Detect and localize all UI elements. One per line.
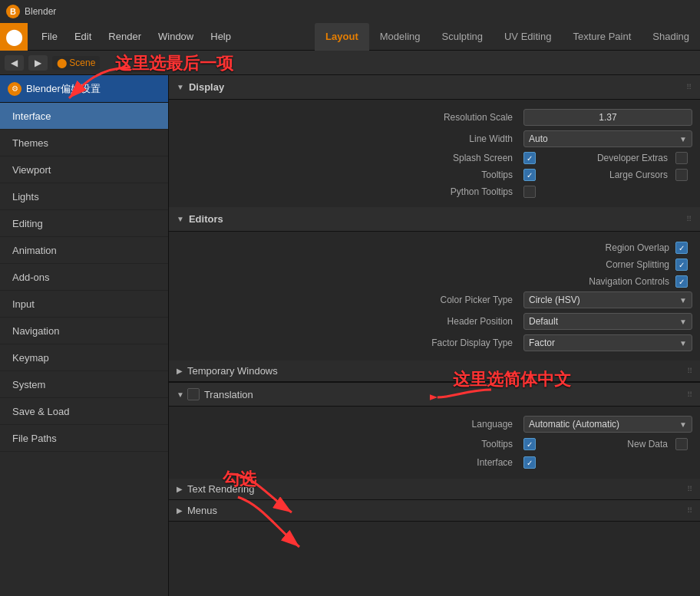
resolution-scale-input[interactable] [523, 109, 692, 126]
tab-modeling[interactable]: Modeling [369, 23, 431, 51]
toolbar-btn-1[interactable]: ◀ [5, 55, 24, 71]
large-cursors-checkbox[interactable] [675, 169, 688, 181]
main-content: ⚙ Blender偏好设置 Interface Themes Viewport … [0, 75, 700, 596]
interface-cb-group: ✓ [523, 456, 692, 469]
factor-display-select[interactable]: Factor ▼ [523, 334, 692, 351]
tab-uv-editing[interactable]: UV Editing [494, 23, 562, 51]
nav-controls-label: Navigation Controls [589, 276, 669, 287]
sidebar-item-lights[interactable]: Lights [0, 183, 168, 210]
translation-interface-checkbox[interactable]: ✓ [523, 456, 536, 469]
menu-render[interactable]: Render [101, 28, 149, 45]
sidebar-item-system[interactable]: System [0, 371, 168, 398]
language-value: Automatic (Automatic) [529, 419, 619, 430]
menu-edit[interactable]: Edit [67, 28, 99, 45]
sidebar-item-save-load[interactable]: Save & Load [0, 398, 168, 425]
text-rendering-section[interactable]: ▶ Text Rendering ⠿ [169, 479, 700, 500]
sidebar-title: Blender偏好设置 [26, 82, 101, 96]
translation-interface-checkmark: ✓ [527, 459, 533, 467]
resolution-scale-control [523, 109, 692, 126]
editors-section-body: Region Overlap ✓ Corner Splitting ✓ Navi… [169, 232, 700, 359]
tooltips-check-group: ✓ Large Cursors [523, 169, 692, 181]
dev-extras-checkbox[interactable] [675, 152, 688, 164]
sidebar-item-viewport[interactable]: Viewport [0, 156, 168, 183]
tooltips-checkbox[interactable]: ✓ [523, 169, 536, 181]
language-arrow-icon: ▼ [679, 420, 687, 429]
line-width-select[interactable]: Auto ▼ [523, 130, 692, 147]
factor-display-value: Factor [529, 338, 555, 348]
tab-shading[interactable]: Shading [642, 23, 700, 51]
sidebar-item-keymap[interactable]: Keymap [0, 344, 168, 371]
header-position-label: Header Position [169, 316, 523, 327]
sidebar-item-themes[interactable]: Themes [0, 130, 168, 156]
large-cursors-label: Large Cursors [609, 170, 668, 180]
color-picker-value: Circle (HSV) [529, 295, 580, 305]
header-position-row: Header Position Default ▼ [169, 311, 700, 331]
display-section: ▼ Display ⠿ Resolution Scale Line Width [169, 75, 700, 206]
color-picker-control[interactable]: Circle (HSV) ▼ [523, 291, 692, 308]
text-rendering-arrow-icon: ▶ [177, 485, 183, 493]
new-data-checkbox[interactable] [675, 438, 688, 450]
sidebar-item-editing[interactable]: Editing [0, 210, 168, 237]
translation-dots: ⠿ [687, 390, 692, 399]
temp-windows-title: Temporary Windows [187, 365, 278, 377]
tooltips-label: Tooltips [169, 170, 523, 180]
header-position-select[interactable]: Default ▼ [523, 313, 692, 330]
text-rendering-dots: ⠿ [687, 485, 692, 493]
python-tooltips-label: Python Tooltips [169, 186, 523, 197]
display-dots: ⠿ [686, 83, 692, 91]
menu-window[interactable]: Window [150, 28, 201, 45]
translation-header[interactable]: ▼ Translation ⠿ [169, 382, 700, 407]
splash-checkbox[interactable]: ✓ [523, 152, 536, 164]
splash-dev-row: Splash Screen ✓ Developer Extras [169, 150, 700, 166]
translation-enable-checkbox[interactable] [187, 388, 200, 400]
sidebar-item-interface[interactable]: Interface [0, 103, 168, 130]
tab-sculpting[interactable]: Sculpting [431, 23, 494, 51]
sidebar: ⚙ Blender偏好设置 Interface Themes Viewport … [0, 75, 169, 596]
factor-display-label: Factor Display Type [169, 338, 523, 348]
os-title-text: Blender [25, 6, 56, 17]
line-width-control[interactable]: Auto ▼ [523, 130, 692, 147]
editors-section-title: Editors [189, 213, 223, 225]
header-position-control[interactable]: Default ▼ [523, 313, 692, 330]
nav-controls-row: Navigation Controls ✓ [169, 273, 700, 290]
translation-tooltips-checkbox[interactable]: ✓ [523, 438, 536, 450]
display-section-header[interactable]: ▼ Display ⠿ [169, 75, 700, 100]
factor-display-arrow-icon: ▼ [679, 339, 687, 347]
region-overlap-checkbox[interactable]: ✓ [675, 242, 688, 254]
language-select[interactable]: Automatic (Automatic) ▼ [523, 416, 692, 433]
translation-tooltips-row: Tooltips ✓ New Data [169, 436, 700, 453]
language-control[interactable]: Automatic (Automatic) ▼ [523, 416, 692, 433]
menu-help[interactable]: Help [203, 28, 239, 45]
color-picker-select[interactable]: Circle (HSV) ▼ [523, 291, 692, 308]
editors-arrow-icon: ▼ [177, 215, 184, 223]
splash-checkmark: ✓ [527, 154, 533, 163]
nav-controls-checkmark: ✓ [679, 278, 685, 286]
editors-section-header[interactable]: ▼ Editors ⠿ [169, 207, 700, 232]
toolbar-btn-2[interactable]: ▶ [28, 55, 48, 71]
sidebar-item-addons[interactable]: Add-ons [0, 264, 168, 291]
tab-layout[interactable]: Layout [315, 23, 369, 51]
line-width-value: Auto [529, 133, 548, 144]
line-width-label: Line Width [169, 133, 523, 144]
sidebar-item-animation[interactable]: Animation [0, 237, 168, 264]
scene-selector[interactable]: ⬤ Scene [52, 56, 100, 70]
region-overlap-row: Region Overlap ✓ [169, 239, 700, 256]
corner-splitting-checkbox[interactable]: ✓ [675, 258, 688, 271]
resolution-scale-label: Resolution Scale [169, 112, 523, 123]
sidebar-item-file-paths[interactable]: File Paths [0, 425, 168, 452]
header-position-value: Default [529, 316, 558, 327]
sidebar-item-input[interactable]: Input [0, 291, 168, 318]
editors-section: ▼ Editors ⠿ Region Overlap ✓ Corner Spli… [169, 207, 700, 359]
temp-windows-section[interactable]: ▶ Temporary Windows ⠿ [169, 361, 700, 382]
menus-dots: ⠿ [687, 506, 692, 515]
factor-display-control[interactable]: Factor ▼ [523, 334, 692, 351]
display-section-title: Display [189, 81, 224, 93]
tab-texture-paint[interactable]: Texture Paint [562, 23, 642, 51]
sidebar-header: ⚙ Blender偏好设置 [0, 75, 168, 103]
region-overlap-checkmark: ✓ [679, 244, 685, 252]
python-tooltips-checkbox[interactable] [523, 186, 536, 198]
nav-controls-checkbox[interactable]: ✓ [675, 275, 688, 288]
sidebar-item-navigation[interactable]: Navigation [0, 318, 168, 344]
menu-file[interactable]: File [34, 28, 65, 45]
menus-section[interactable]: ▶ Menus ⠿ [169, 500, 700, 522]
